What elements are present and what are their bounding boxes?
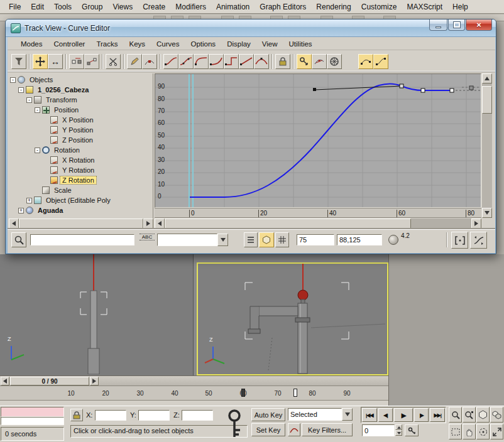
key-mode-toggle-button[interactable]: [405, 424, 419, 436]
set-tangents-smooth-button[interactable]: [254, 54, 269, 69]
frame-spinner-up[interactable]: [395, 424, 402, 430]
scale-keys-button[interactable]: [84, 54, 99, 69]
tree-item-aguada[interactable]: + Aguada: [9, 205, 153, 215]
main-menu-item[interactable]: File: [4, 1, 26, 13]
slide-keys-button[interactable]: [69, 54, 84, 69]
tree-expander[interactable]: -: [35, 107, 40, 113]
show-grid-button[interactable]: [275, 232, 289, 247]
viewport-left[interactable]: Z: [0, 254, 194, 375]
main-menu-item[interactable]: Edit: [26, 1, 49, 13]
delete-keys-button[interactable]: [106, 54, 121, 69]
select-by-name-icon[interactable]: ABC: [140, 234, 155, 246]
curve-key-selected[interactable]: [450, 89, 454, 92]
time-ruler[interactable]: 0 20 40 60 80: [155, 208, 481, 218]
move-keys-horizontal-button[interactable]: ↔: [48, 54, 63, 69]
tree-expander[interactable]: -: [18, 87, 24, 93]
zoom-button[interactable]: [449, 407, 462, 423]
pan-button[interactable]: [463, 424, 476, 439]
time-slider-left-arrow[interactable]: [1, 377, 9, 385]
selection-filter-dropdown[interactable]: Selected: [288, 408, 342, 421]
next-frame-button[interactable]: |▶: [414, 408, 429, 422]
scroll-left-button[interactable]: [9, 218, 19, 229]
previous-frame-button[interactable]: ◀|: [378, 408, 393, 422]
scroll-right-button[interactable]: [471, 218, 481, 229]
time-slider-right-arrow[interactable]: [90, 377, 99, 385]
curve-key[interactable]: [469, 86, 473, 90]
time-slider-button[interactable]: 0 / 90: [10, 377, 89, 385]
tree-expander[interactable]: +: [18, 208, 24, 213]
snap-frames-button[interactable]: [259, 232, 274, 247]
scroll-right-button[interactable]: [143, 218, 153, 229]
tree-item-position[interactable]: - Position: [9, 105, 153, 115]
track-view-menu-item[interactable]: Options: [185, 39, 221, 49]
track-view-menu-item[interactable]: Keys: [123, 39, 151, 49]
viewport-right-active[interactable]: Z: [197, 262, 388, 375]
draw-curves-button[interactable]: [127, 54, 142, 69]
zoom-value-extents-button[interactable]: [373, 54, 388, 69]
vertical-scroll-thumb[interactable]: [482, 86, 492, 114]
main-menu-item[interactable]: Tools: [49, 1, 77, 13]
main-menu-item[interactable]: Modifiers: [170, 1, 211, 13]
tree-item-editable-poly[interactable]: + Object (Editable Poly: [9, 195, 153, 205]
minimize-button[interactable]: [429, 19, 447, 31]
track-view-menu-item[interactable]: Display: [221, 39, 256, 49]
curve-plot[interactable]: 90 80 70 60 50 40 30 20 10 0: [155, 73, 481, 208]
track-view-menu-item[interactable]: View: [256, 39, 283, 49]
frame-spinner[interactable]: [395, 424, 402, 436]
track-view-menu-item[interactable]: Controller: [48, 39, 91, 49]
plot-vertical-scrollbar[interactable]: [482, 73, 492, 218]
move-keys-button[interactable]: [33, 54, 48, 69]
zoom-all-button[interactable]: [463, 407, 476, 423]
current-frame-field[interactable]: [362, 424, 395, 436]
scroll-down-button[interactable]: [482, 208, 492, 218]
tree-expander[interactable]: -: [10, 77, 16, 83]
tree-item-z-rotation-selected[interactable]: Z Rotation: [9, 175, 153, 185]
tree-expander[interactable]: -: [26, 97, 32, 103]
tree-item-scale[interactable]: Scale: [9, 185, 153, 195]
arc-rotate-button[interactable]: [476, 424, 490, 439]
set-tangents-custom-button[interactable]: [178, 54, 194, 69]
track-view-menu-item[interactable]: Curves: [151, 39, 185, 49]
tree-item-rotation[interactable]: - Rotation: [9, 145, 153, 155]
value-knob[interactable]: [388, 235, 398, 245]
track-set-dropdown-arrow[interactable]: [217, 234, 228, 246]
tree-item-z-position[interactable]: Z Position: [9, 135, 153, 145]
scroll-up-button[interactable]: [482, 73, 492, 84]
maxscript-mini-listener-pink[interactable]: [1, 407, 64, 417]
track-view-menu-item[interactable]: Utilities: [283, 39, 318, 49]
selection-filter-dropdown-arrow[interactable]: [342, 408, 353, 421]
keyframe-marker-60[interactable]: [241, 389, 245, 397]
tree-item-x-rotation[interactable]: X Rotation: [9, 155, 153, 165]
main-menu-item[interactable]: MAXScript: [402, 1, 447, 13]
zoom-extents-all-button[interactable]: [490, 407, 503, 423]
tree-horizontal-scrollbar[interactable]: [9, 218, 153, 229]
x-coord-field[interactable]: [95, 410, 126, 421]
fit-values-button[interactable]: [470, 232, 487, 249]
track-bar[interactable]: 10 20 30 40 50 60 70 80 90: [0, 385, 388, 401]
curve-key-selected[interactable]: [421, 89, 425, 92]
tree-item-y-position[interactable]: Y Position: [9, 125, 153, 135]
setkey-big-key-icon[interactable]: [221, 407, 248, 440]
key-time-field[interactable]: [297, 234, 334, 245]
set-tangents-linear-button[interactable]: [239, 54, 254, 69]
track-set-dropdown[interactable]: [157, 234, 217, 246]
tree-item-objects[interactable]: - Objects: [9, 75, 153, 85]
main-menu-item[interactable]: Group: [77, 1, 107, 13]
main-menu-item[interactable]: Animation: [211, 1, 255, 13]
tree-scroll-thumb[interactable]: [19, 218, 143, 229]
show-keyable-icons-button[interactable]: [297, 54, 312, 69]
frame-spinner-down[interactable]: [395, 430, 402, 436]
zoom-selected-object-button[interactable]: [11, 232, 26, 247]
z-rotation-curve[interactable]: [190, 84, 452, 197]
close-button[interactable]: ×: [466, 19, 492, 31]
tree-item-transform[interactable]: - Transform: [9, 95, 153, 105]
tree-expander[interactable]: -: [35, 148, 40, 153]
maximize-button[interactable]: [448, 19, 465, 31]
main-menu-item[interactable]: Views: [107, 1, 138, 13]
track-view-menu-item[interactable]: Modes: [15, 39, 48, 49]
tangent-handle-end[interactable]: [313, 88, 316, 91]
set-tangents-auto-button[interactable]: [163, 54, 178, 69]
zoom-region-tool-button[interactable]: [451, 232, 468, 249]
main-menu-item[interactable]: Customize: [356, 1, 402, 13]
filters-button[interactable]: [11, 54, 26, 69]
